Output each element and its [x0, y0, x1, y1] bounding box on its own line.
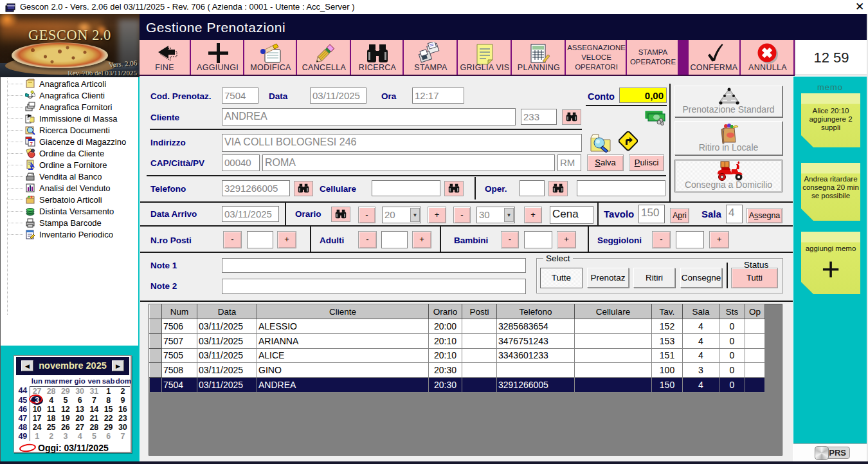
svg-text:7: 7 [30, 141, 33, 147]
